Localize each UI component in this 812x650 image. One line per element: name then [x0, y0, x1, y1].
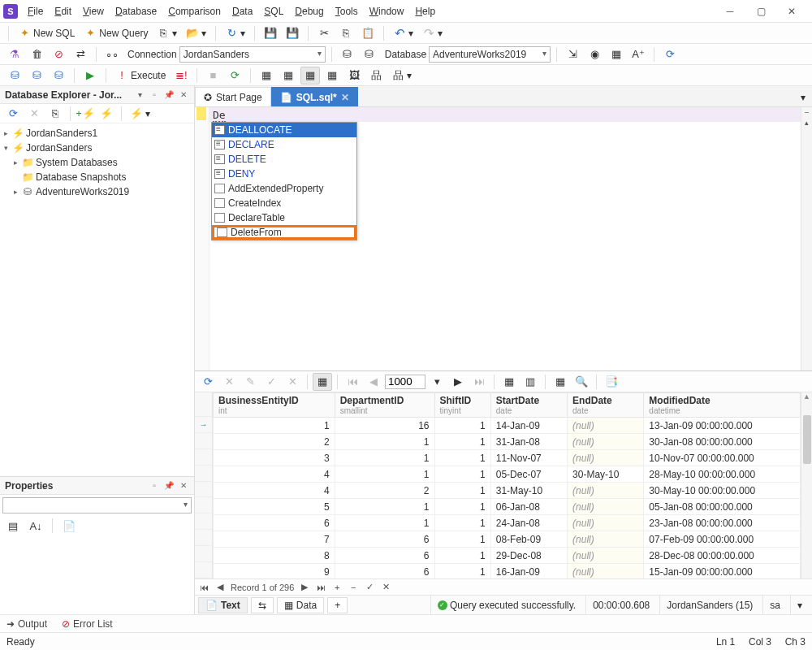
plan1-icon[interactable]: 品 — [366, 67, 386, 84]
table-row[interactable]: 86129-Dec-08(null)28-Dec-08 00:00:00.000 — [214, 548, 801, 564]
refresh-all-icon[interactable]: ⟳ — [660, 46, 680, 63]
copy-icon[interactable]: ⎘ — [336, 24, 356, 42]
error-icon[interactable]: ⊘ — [49, 46, 68, 63]
maximize-btn[interactable]: ▢ — [750, 2, 771, 20]
sql-editor[interactable]: De DEALLOCATEDECLAREDELETEDENYAddExtende… — [195, 107, 812, 370]
minimize-btn[interactable]: ─ — [719, 2, 741, 20]
db1-icon[interactable]: ⛁ — [5, 67, 24, 84]
explorer-copy-icon[interactable]: ⎘ — [45, 105, 65, 123]
table-row[interactable]: 42131-May-10(null)30-May-10 00:00:00.000 — [214, 483, 801, 499]
explorer-conn-icon[interactable]: ⚡ — [97, 105, 116, 123]
rec-next-icon[interactable]: ▶ — [299, 582, 310, 592]
connection-combo[interactable]: JordanSanders — [179, 46, 326, 63]
rec-commit-icon[interactable]: ✓ — [364, 582, 375, 592]
redo-icon[interactable]: ↷▾ — [419, 24, 446, 42]
grid1-icon[interactable]: ▦ — [257, 67, 276, 84]
results-tab-swap[interactable]: ⇆ — [251, 597, 274, 613]
rec-remove-icon[interactable]: − — [348, 583, 359, 592]
explorer-conn-add-icon[interactable]: +⚡ — [76, 105, 95, 123]
run-icon[interactable]: ▶ — [80, 67, 100, 84]
column-header[interactable]: StartDatedate — [490, 393, 567, 418]
new-query-btn[interactable]: ✦New Query — [80, 24, 151, 42]
results-grid-icon[interactable]: ▦ — [313, 373, 332, 391]
column-header[interactable]: DepartmentIDsmallint — [335, 393, 434, 418]
prop-pin-icon[interactable]: 📌 — [163, 480, 175, 492]
prop-square-icon[interactable]: ▫ — [149, 480, 160, 492]
view-find-icon[interactable]: 🔍 — [572, 373, 591, 391]
menu-data[interactable]: Data — [227, 3, 257, 20]
diff-icon[interactable]: ⇄ — [71, 46, 90, 63]
tree-node-sysdb[interactable]: ▸📁System Databases — [0, 155, 194, 170]
attach-icon[interactable]: ⇲ — [563, 46, 582, 63]
tab-start-page[interactable]: ✪Start Page — [195, 87, 271, 106]
grid4-icon[interactable]: ▦ — [322, 67, 342, 84]
menu-window[interactable]: Window — [365, 3, 409, 20]
plan2-icon[interactable]: 品▾ — [388, 67, 415, 84]
open-btn[interactable]: 📂▾ — [183, 24, 209, 42]
prop-page-icon[interactable]: 📄 — [59, 517, 79, 535]
flask-icon[interactable]: ⚗ — [5, 46, 24, 63]
column-header[interactable]: ModifiedDatedatetime — [644, 393, 801, 418]
results-accept-icon[interactable]: ✓ — [261, 373, 281, 391]
menu-sql[interactable]: SQL — [259, 3, 288, 20]
rec-cancel-icon[interactable]: ✕ — [380, 582, 391, 592]
pager-next-icon[interactable]: ▶ — [448, 373, 468, 391]
editor-scroll-map[interactable]: – ▴ — [801, 107, 812, 370]
view-export-icon[interactable]: 📑 — [602, 373, 621, 391]
pager-first-icon[interactable]: ⏮ — [343, 373, 362, 391]
db-delete-icon[interactable]: 🗑 — [27, 46, 46, 63]
execute-btn[interactable]: !Execute — [112, 67, 169, 84]
font-inc-icon[interactable]: A⁺ — [628, 46, 648, 63]
intellisense-item[interactable]: DENY — [212, 167, 356, 181]
menu-database[interactable]: Database — [110, 3, 162, 20]
menu-help[interactable]: Help — [410, 3, 440, 20]
db3-icon[interactable]: ⛁ — [49, 67, 68, 84]
results-tab-data[interactable]: ▦Data — [277, 597, 324, 613]
table-row[interactable]: 51106-Jan-08(null)05-Jan-08 00:00:00.000 — [214, 499, 801, 515]
results-refresh-icon[interactable]: ⟳ — [198, 373, 218, 391]
save-icon[interactable]: 💾 — [261, 24, 280, 42]
output-tab[interactable]: ➜Output — [6, 618, 47, 630]
table-row[interactable]: 116114-Jan-09(null)13-Jan-09 00:00:00.00… — [214, 418, 801, 434]
refresh-query-icon[interactable]: ↻▾ — [222, 24, 248, 42]
reload-icon[interactable]: ⟳ — [225, 67, 244, 84]
menu-edit[interactable]: Edit — [50, 3, 76, 20]
pager-last-icon[interactable]: ⏭ — [469, 373, 489, 391]
cut-icon[interactable]: ✂ — [314, 24, 334, 42]
table-row[interactable]: 41105-Dec-0730-May-1028-May-10 00:00:00.… — [214, 466, 801, 483]
tree-node-server1[interactable]: ▸⚡JordanSanders1 — [0, 126, 194, 141]
view-table-icon[interactable]: ▦ — [551, 373, 570, 391]
schema-icon[interactable]: ▦ — [607, 46, 626, 63]
results-tab-add[interactable]: + — [327, 597, 348, 613]
table-row[interactable]: 31111-Nov-07(null)10-Nov-07 00:00:00.000 — [214, 450, 801, 466]
tree-node-server2[interactable]: ▾⚡JordanSanders — [0, 141, 194, 155]
db-icon[interactable]: ⛁ — [338, 46, 357, 63]
tab-sql[interactable]: 📄SQL.sql*✕ — [271, 87, 358, 106]
db2-icon[interactable]: ⛁ — [27, 67, 46, 84]
pager-dd-icon[interactable]: ▾ — [427, 373, 447, 391]
tree-node-adventureworks[interactable]: ▸⛁AdventureWorks2019 — [0, 184, 194, 199]
results-cancel-icon[interactable]: ✕ — [219, 373, 239, 391]
explorer-refresh-icon[interactable]: ⟳ — [3, 105, 23, 123]
table-row[interactable]: 96116-Jan-09(null)15-Jan-09 00:00:00.000 — [214, 564, 801, 579]
results-scrollbar[interactable]: ▲ — [801, 392, 812, 578]
panel-dropdown-icon[interactable]: ▾ — [134, 89, 145, 101]
tree-node-snapshots[interactable]: 📁Database Snapshots — [0, 170, 194, 184]
view-split-icon[interactable]: ▥ — [520, 373, 540, 391]
menu-debug[interactable]: Debug — [290, 3, 328, 20]
new-query-dd[interactable]: ⎘▾ — [153, 24, 180, 42]
column-header[interactable]: BusinessEntityIDint — [214, 393, 335, 418]
status-more-icon[interactable]: ▾ — [790, 596, 809, 614]
column-header[interactable]: ShiftIDtinyint — [434, 393, 490, 418]
rec-first-icon[interactable]: ⏮ — [198, 583, 209, 592]
img-icon[interactable]: 🖼 — [344, 67, 364, 84]
menu-view[interactable]: View — [78, 3, 109, 20]
properties-object-combo[interactable] — [2, 497, 192, 514]
panel-square-icon[interactable]: ▫ — [149, 89, 160, 101]
tabs-overflow-icon[interactable]: ▾ — [794, 89, 812, 106]
new-sql-btn[interactable]: ✦New SQL — [15, 24, 78, 42]
table-row[interactable]: 21131-Jan-08(null)30-Jan-08 00:00:00.000 — [214, 434, 801, 450]
prop-close-icon[interactable]: ✕ — [178, 480, 189, 492]
stop-icon[interactable]: ■ — [203, 67, 222, 84]
undo-icon[interactable]: ↶▾ — [390, 24, 417, 42]
